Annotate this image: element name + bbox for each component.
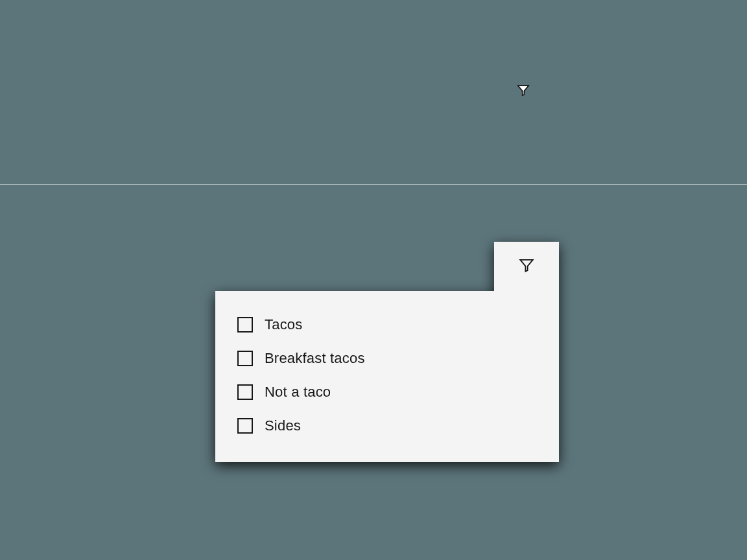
filter-panel: Tacos Breakfast tacos Not a taco Sides — [215, 291, 559, 462]
filter-option[interactable]: Tacos — [237, 308, 537, 342]
horizontal-divider — [0, 184, 747, 185]
filter-option-label: Tacos — [265, 316, 302, 333]
filter-option-label: Sides — [265, 417, 301, 434]
checkbox-unchecked-icon[interactable] — [237, 317, 253, 332]
filter-option[interactable]: Breakfast tacos — [237, 342, 537, 375]
filter-toggle-tab[interactable] — [494, 242, 559, 291]
filter-icon — [516, 83, 530, 100]
filter-option[interactable]: Sides — [237, 409, 537, 443]
checkbox-unchecked-icon[interactable] — [237, 351, 253, 366]
checkbox-unchecked-icon[interactable] — [237, 418, 253, 434]
filter-option[interactable]: Not a taco — [237, 375, 537, 409]
filter-option-label: Breakfast tacos — [265, 350, 365, 367]
svg-marker-0 — [518, 86, 529, 95]
filter-icon-button-closed[interactable] — [516, 84, 530, 99]
filter-icon — [518, 257, 535, 276]
checkbox-unchecked-icon[interactable] — [237, 384, 253, 400]
svg-marker-1 — [520, 260, 533, 272]
filter-option-label: Not a taco — [265, 384, 331, 401]
